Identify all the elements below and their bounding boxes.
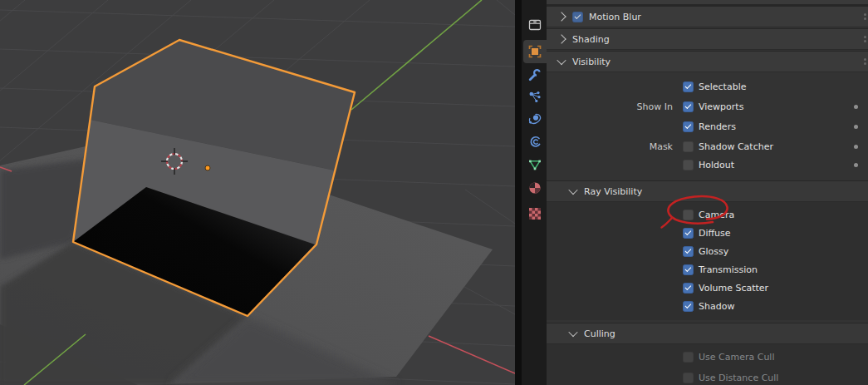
object-properties-tab[interactable] bbox=[523, 40, 547, 63]
volume-scatter-row: Volume Scatter bbox=[547, 279, 868, 297]
animate-decorator-dot[interactable] bbox=[854, 125, 858, 129]
modifier-properties-tab[interactable] bbox=[523, 64, 547, 87]
diffuse-row: Diffuse bbox=[547, 224, 868, 242]
physics-orbit-icon bbox=[527, 111, 542, 126]
shadow-catcher-label: Shadow Catcher bbox=[699, 141, 773, 152]
chevron-down-icon bbox=[557, 56, 566, 65]
texture-properties-tab[interactable] bbox=[523, 202, 547, 225]
volume-scatter-label: Volume Scatter bbox=[699, 283, 768, 294]
chevron-down-icon bbox=[568, 328, 577, 337]
camera-label: Camera bbox=[699, 210, 734, 220]
constraint-properties-tab[interactable] bbox=[523, 131, 547, 154]
render-properties-tab[interactable] bbox=[523, 13, 547, 37]
glossy-label: Glossy bbox=[699, 246, 728, 257]
shadow-label: Shadow bbox=[699, 301, 734, 312]
viewports-row: Show In Viewports bbox=[547, 97, 868, 116]
particles-icon bbox=[527, 90, 542, 105]
diffuse-checkbox[interactable] bbox=[683, 228, 694, 239]
use-distance-cull-checkbox[interactable] bbox=[683, 373, 694, 383]
camera-checkbox[interactable] bbox=[683, 210, 694, 220]
texture-checker-icon bbox=[527, 206, 542, 221]
shadow-catcher-checkbox[interactable] bbox=[683, 141, 694, 152]
viewports-label: Viewports bbox=[699, 101, 743, 112]
animate-decorator-dot[interactable] bbox=[854, 105, 858, 109]
motion-blur-panel-header[interactable]: Motion Blur bbox=[547, 6, 868, 27]
visibility-panel-header[interactable]: Visibility bbox=[547, 51, 868, 72]
ray-visibility-panel-header[interactable]: Ray Visibility bbox=[547, 180, 868, 202]
editor-divider[interactable] bbox=[515, 0, 522, 385]
camera-row: Camera bbox=[547, 205, 868, 224]
use-camera-cull-checkbox[interactable] bbox=[683, 352, 694, 363]
selectable-checkbox[interactable] bbox=[683, 81, 694, 92]
use-distance-cull-label: Use Distance Cull bbox=[699, 373, 778, 383]
holdout-checkbox[interactable] bbox=[683, 160, 694, 170]
transmission-row: Transmission bbox=[547, 260, 868, 279]
animate-decorator-dot[interactable] bbox=[854, 145, 858, 149]
ray-visibility-panel-label: Ray Visibility bbox=[584, 186, 642, 197]
shadow-checkbox[interactable] bbox=[683, 301, 694, 312]
material-sphere-icon bbox=[527, 180, 542, 195]
show-in-label: Show In bbox=[547, 101, 673, 112]
renders-checkbox[interactable] bbox=[683, 121, 694, 132]
use-distance-cull-row: Use Distance Cull bbox=[547, 368, 868, 385]
volume-scatter-checkbox[interactable] bbox=[683, 283, 694, 294]
properties-tabbar bbox=[522, 0, 547, 385]
culling-panel-header[interactable]: Culling bbox=[547, 323, 868, 344]
use-camera-cull-row: Use Camera Cull bbox=[547, 348, 868, 366]
panel-grip-icon[interactable] bbox=[864, 13, 867, 22]
panel-grip-icon[interactable] bbox=[864, 36, 867, 44]
chevron-down-icon bbox=[568, 185, 577, 195]
previous-panel-edge bbox=[547, 0, 868, 6]
chevron-right-icon bbox=[557, 12, 566, 21]
viewports-checkbox[interactable] bbox=[683, 101, 694, 112]
renders-row: Renders bbox=[547, 117, 868, 136]
object-properties-panel: Motion Blur Shading Visibility Selectabl… bbox=[547, 0, 868, 385]
camera-back-icon bbox=[527, 17, 542, 32]
culling-panel-label: Culling bbox=[584, 328, 615, 339]
shading-panel-label: Shading bbox=[572, 34, 610, 45]
animate-decorator-dot[interactable] bbox=[854, 163, 858, 167]
renders-label: Renders bbox=[699, 121, 736, 132]
shadow-catcher-row: Mask Shadow Catcher bbox=[547, 137, 868, 155]
motion-blur-panel-label: Motion Blur bbox=[589, 12, 641, 22]
diffuse-label: Diffuse bbox=[699, 228, 731, 239]
object-data-properties-tab[interactable] bbox=[523, 153, 547, 176]
glossy-row: Glossy bbox=[547, 242, 868, 260]
blender-window: Motion Blur Shading Visibility Selectabl… bbox=[0, 0, 868, 385]
material-properties-tab[interactable] bbox=[523, 176, 547, 200]
3d-viewport[interactable] bbox=[0, 0, 515, 385]
transmission-label: Transmission bbox=[699, 264, 758, 275]
motion-blur-checkbox[interactable] bbox=[572, 12, 583, 22]
use-camera-cull-label: Use Camera Cull bbox=[699, 352, 774, 363]
object-origin-dot[interactable] bbox=[205, 165, 210, 170]
panel-grip-icon[interactable] bbox=[864, 58, 867, 67]
visibility-panel-label: Visibility bbox=[572, 57, 611, 67]
holdout-row: Holdout bbox=[547, 155, 868, 174]
object-square-icon bbox=[527, 44, 542, 59]
selectable-row: Selectable bbox=[547, 77, 868, 96]
wrench-icon bbox=[527, 68, 542, 83]
mesh-triangle-icon bbox=[527, 157, 542, 172]
swirl-icon bbox=[527, 135, 542, 150]
physics-properties-tab[interactable] bbox=[523, 107, 547, 131]
holdout-label: Holdout bbox=[699, 160, 734, 170]
mask-label: Mask bbox=[547, 141, 673, 152]
viewport-scene bbox=[0, 0, 515, 385]
shadow-row: Shadow bbox=[547, 297, 868, 315]
shading-panel-header[interactable]: Shading bbox=[547, 28, 868, 50]
transmission-checkbox[interactable] bbox=[683, 264, 694, 275]
selectable-label: Selectable bbox=[699, 81, 746, 92]
particle-properties-tab[interactable] bbox=[523, 86, 547, 109]
chevron-right-icon bbox=[557, 34, 566, 43]
glossy-checkbox[interactable] bbox=[683, 246, 694, 257]
